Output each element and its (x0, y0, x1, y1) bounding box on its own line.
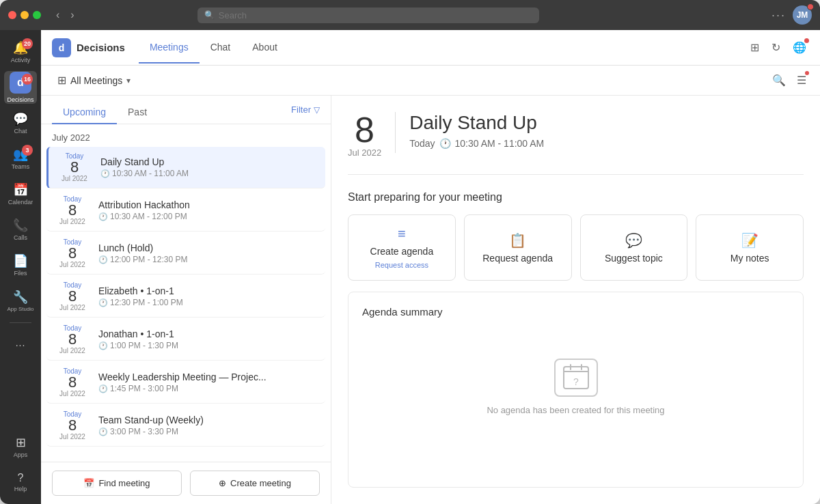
sidebar-item-label: App Studio (7, 306, 33, 312)
my-notes-label: My notes (730, 253, 769, 264)
meeting-title: Attribution Hackathon (98, 199, 320, 210)
action-card-suggest-topic[interactable]: 💬 Suggest topic (580, 214, 688, 281)
sidebar-item-label: Files (14, 270, 27, 277)
detail-info: Daily Stand Up Today 🕐 10:30 AM - 11:00 … (409, 112, 804, 149)
tab-chat[interactable]: Chat (200, 32, 242, 64)
meeting-title: Jonathan • 1-on-1 (98, 328, 320, 339)
menu-button[interactable]: ☰ (794, 71, 809, 89)
meeting-time: 🕐 12:30 PM - 1:00 PM (98, 298, 320, 307)
clock-icon: 🕐 (98, 255, 108, 264)
meeting-info: Jonathan • 1-on-1 🕐 1:00 PM - 1:30 PM (93, 328, 320, 350)
meeting-list-item[interactable]: Today 8 Jul 2022 Daily Stand Up 🕐 10:30 … (46, 147, 325, 188)
find-meeting-icon: 📅 (83, 478, 94, 488)
meeting-time: 🕐 10:30 AM - 12:00 PM (98, 212, 320, 221)
meeting-list-item[interactable]: Today 8 Jul 2022 Team Stand-up (Weekly) … (46, 405, 325, 447)
detail-date-block: 8 Jul 2022 (348, 112, 381, 158)
topnav: d Decisions Meetings Chat About ⊞ ↻ 🌐 (41, 30, 820, 66)
filter-icon: ▽ (314, 105, 320, 115)
meeting-info: Weekly Leadership Meeting — Projec... 🕐 … (93, 372, 320, 393)
sidebar-item-help[interactable]: ? Help (4, 466, 37, 499)
action-card-create-agenda[interactable]: ≡ Create agenda Request access (348, 214, 456, 281)
action-card-my-notes[interactable]: 📝 My notes (696, 214, 804, 281)
app-logo: d Decisions (52, 38, 125, 57)
sidebar-item-decisions[interactable]: d Decisions 16 (4, 71, 37, 104)
meeting-time: 🕐 1:00 PM - 1:30 PM (98, 341, 320, 350)
sidebar-item-appstudio[interactable]: 🔧 App Studio (4, 284, 37, 317)
meeting-title: Weekly Leadership Meeting — Projec... (98, 372, 320, 382)
find-meeting-button[interactable]: 📅 Find meeting (52, 471, 182, 496)
meeting-date-num: 8 (52, 418, 93, 433)
topnav-grid-icon[interactable]: ⊞ (748, 38, 762, 57)
tab-meetings[interactable]: Meetings (139, 32, 200, 64)
meeting-list-item[interactable]: Today 8 Jul 2022 Weekly Leadership Meeti… (46, 362, 325, 404)
tab-about[interactable]: About (241, 32, 288, 64)
forward-button[interactable]: › (66, 8, 78, 23)
svg-text:?: ? (573, 376, 579, 387)
meeting-time: 🕐 10:30 AM - 11:00 AM (100, 169, 320, 178)
sidebar-item-teams[interactable]: 👥 Teams 3 (4, 142, 37, 175)
tab-past[interactable]: Past (117, 101, 158, 124)
close-button[interactable] (8, 11, 16, 19)
search-icon: 🔍 (204, 10, 215, 20)
sidebar-item-activity[interactable]: 🔔 Activity 20 (4, 36, 37, 68)
sidebar-item-apps[interactable]: ⊞ Apps (4, 430, 37, 463)
create-meeting-button[interactable]: ⊕ Create meeting (190, 471, 320, 496)
sidebar-item-calendar[interactable]: 📅 Calendar (4, 178, 37, 210)
search-button[interactable]: 🔍 (769, 71, 789, 89)
meeting-date: Today 8 Jul 2022 (52, 324, 93, 354)
meeting-list-item[interactable]: Today 8 Jul 2022 Attribution Hackathon 🕐… (46, 190, 325, 232)
meeting-date-month: Jul 2022 (52, 347, 93, 354)
minimize-button[interactable] (20, 11, 29, 19)
topnav-globe-icon[interactable]: 🌐 (790, 38, 809, 57)
titlebar-right: ··· JM (771, 5, 812, 25)
sidebar-item-label: Apps (14, 451, 28, 458)
tab-upcoming[interactable]: Upcoming (52, 101, 117, 124)
meeting-date: Today 8 Jul 2022 (52, 195, 93, 225)
titlebar: ‹ › 🔍 ··· JM (0, 0, 820, 30)
meeting-list-item[interactable]: Today 8 Jul 2022 Lunch (Hold) 🕐 12:00 PM… (46, 233, 325, 275)
meeting-date-month: Jul 2022 (52, 304, 93, 311)
meeting-list-item[interactable]: Today 8 Jul 2022 Elizabeth • 1-on-1 🕐 12… (46, 276, 325, 318)
sidebar-item-files[interactable]: 📄 Files (4, 249, 37, 281)
meeting-date-num: 8 (52, 332, 93, 347)
my-notes-icon: 📝 (741, 232, 758, 249)
meeting-info: Elizabeth • 1-on-1 🕐 12:30 PM - 1:00 PM (93, 285, 320, 307)
filter-button[interactable]: Filter ▽ (291, 104, 320, 120)
meeting-info: Attribution Hackathon 🕐 10:30 AM - 12:00… (93, 199, 320, 221)
meeting-title: Daily Stand Up (100, 156, 320, 167)
sidebar-item-label: Chat (14, 128, 27, 135)
prepare-section: Start preparing for your meeting ≡ Creat… (348, 175, 804, 292)
sidebar-item-more[interactable]: ··· (4, 328, 37, 361)
meeting-date-num: 8 (52, 203, 93, 218)
meetings-selector[interactable]: ⊞ All Meetings ▾ (52, 71, 136, 89)
detail-divider (395, 112, 396, 153)
search-bar[interactable]: 🔍 (197, 8, 539, 23)
meeting-info: Team Stand-up (Weekly) 🕐 3:00 PM - 3:30 … (93, 415, 320, 436)
meeting-time: 🕐 3:00 PM - 3:30 PM (98, 427, 320, 436)
meeting-title: Lunch (Hold) (98, 242, 320, 253)
sidebar-item-calls[interactable]: 📞 Calls (4, 213, 37, 246)
traffic-lights (8, 11, 41, 19)
clock-icon: 🕐 (98, 298, 108, 307)
meeting-date: Today 8 Jul 2022 (52, 281, 93, 311)
secondarybar-right: 🔍 ☰ (769, 71, 809, 89)
back-button[interactable]: ‹ (52, 8, 64, 23)
app-logo-name: Decisions (77, 42, 125, 53)
avatar[interactable]: JM (793, 5, 812, 25)
clock-icon: 🕐 (98, 384, 108, 393)
topnav-refresh-icon[interactable]: ↻ (769, 38, 783, 57)
more-options-icon[interactable]: ··· (771, 8, 786, 23)
apps-icon: ⊞ (16, 435, 26, 450)
calendar-icon: 📅 (13, 182, 28, 197)
action-card-request-agenda[interactable]: 📋 Request agenda (464, 214, 572, 281)
help-icon: ? (18, 472, 24, 484)
more-icon: ··· (16, 339, 26, 350)
meeting-list-panel: Upcoming Past Filter ▽ July 2022 Today 8… (41, 96, 331, 504)
search-input[interactable] (219, 10, 532, 20)
maximize-button[interactable] (33, 11, 41, 19)
sidebar-item-chat[interactable]: 💬 Chat (4, 107, 37, 139)
meeting-list-item[interactable]: Today 8 Jul 2022 Jonathan • 1-on-1 🕐 1:0… (46, 319, 325, 361)
sidebar-item-label: Calls (14, 234, 27, 241)
meeting-time: 🕐 12:00 PM - 12:30 PM (98, 255, 320, 264)
avatar-badge (807, 3, 814, 10)
